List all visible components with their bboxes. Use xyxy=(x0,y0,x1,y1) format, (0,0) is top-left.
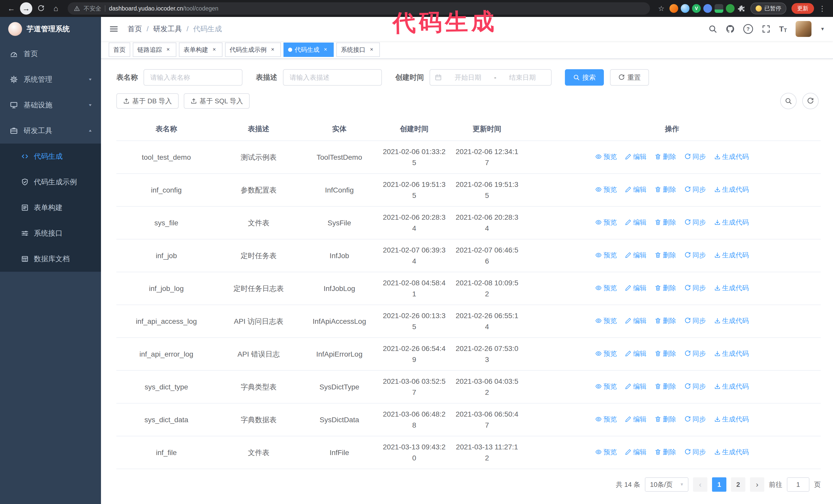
app-logo[interactable]: 芋道管理系统 xyxy=(0,17,101,41)
sidebar-item-dev-tools[interactable]: 研发工具 ▼ xyxy=(0,118,101,144)
preview-link[interactable]: 预览 xyxy=(595,250,617,261)
table-desc-input[interactable] xyxy=(283,69,382,86)
sync-link[interactable]: 同步 xyxy=(684,217,706,228)
preview-link[interactable]: 预览 xyxy=(595,151,617,162)
preview-link[interactable]: 预览 xyxy=(595,315,617,326)
delete-link[interactable]: 删除 xyxy=(654,447,676,458)
tab-codegen-example[interactable]: 代码生成示例× xyxy=(225,43,281,57)
tab-close-icon[interactable]: × xyxy=(368,46,375,53)
browser-update-button[interactable]: 更新 xyxy=(791,3,814,14)
goto-page-input[interactable] xyxy=(787,477,809,492)
sync-link[interactable]: 同步 xyxy=(684,381,706,392)
extension-icon-6[interactable] xyxy=(726,4,735,13)
delete-link[interactable]: 删除 xyxy=(654,315,676,326)
browser-forward-button[interactable]: → xyxy=(20,2,32,15)
toggle-search-button[interactable] xyxy=(780,93,796,109)
generate-code-link[interactable]: 生成代码 xyxy=(714,283,749,293)
sync-link[interactable]: 同步 xyxy=(684,151,706,162)
edit-link[interactable]: 编辑 xyxy=(625,283,646,293)
address-bar[interactable]: 不安全 dashboard.yudao.iocoder.cn/tool/code… xyxy=(68,2,650,15)
preview-link[interactable]: 预览 xyxy=(595,348,617,359)
tab-close-icon[interactable]: × xyxy=(322,46,329,53)
generate-code-link[interactable]: 生成代码 xyxy=(714,217,749,228)
edit-link[interactable]: 编辑 xyxy=(625,151,646,162)
font-size-icon[interactable]: TT xyxy=(779,25,787,33)
sidebar-subitem-codegen[interactable]: 代码生成 xyxy=(0,144,101,169)
extension-icon-1[interactable] xyxy=(669,4,678,13)
bookmark-star-icon[interactable]: ☆ xyxy=(656,3,667,14)
user-menu-caret-icon[interactable]: ▼ xyxy=(820,26,825,32)
tab-home[interactable]: 首页 xyxy=(109,43,130,57)
delete-link[interactable]: 删除 xyxy=(654,283,676,293)
delete-link[interactable]: 删除 xyxy=(654,414,676,425)
generate-code-link[interactable]: 生成代码 xyxy=(714,348,749,359)
sync-link[interactable]: 同步 xyxy=(684,283,706,293)
delete-link[interactable]: 删除 xyxy=(654,217,676,228)
generate-code-link[interactable]: 生成代码 xyxy=(714,447,749,458)
page-number-2[interactable]: 2 xyxy=(731,477,745,492)
sync-link[interactable]: 同步 xyxy=(684,250,706,261)
github-icon[interactable] xyxy=(726,25,735,33)
tab-close-icon[interactable]: × xyxy=(269,46,276,53)
extension-icon-5[interactable] xyxy=(715,4,723,13)
edit-link[interactable]: 编辑 xyxy=(625,217,646,228)
date-range-picker[interactable]: 开始日期 - 结束日期 xyxy=(430,69,552,86)
delete-link[interactable]: 删除 xyxy=(654,151,676,162)
preview-link[interactable]: 预览 xyxy=(595,217,617,228)
sidebar-subitem-database-doc[interactable]: 数据库文档 xyxy=(0,246,101,272)
generate-code-link[interactable]: 生成代码 xyxy=(714,151,749,162)
edit-link[interactable]: 编辑 xyxy=(625,447,646,458)
delete-link[interactable]: 删除 xyxy=(654,348,676,359)
edit-link[interactable]: 编辑 xyxy=(625,348,646,359)
paused-badge[interactable]: 已暂停 xyxy=(751,3,786,14)
preview-link[interactable]: 预览 xyxy=(595,414,617,425)
tab-system-api[interactable]: 系统接口× xyxy=(336,43,380,57)
table-name-input[interactable] xyxy=(144,69,242,86)
generate-code-link[interactable]: 生成代码 xyxy=(714,381,749,392)
sync-link[interactable]: 同步 xyxy=(684,447,706,458)
edit-link[interactable]: 编辑 xyxy=(625,381,646,392)
sidebar-item-infrastructure[interactable]: 基础设施 ▼ xyxy=(0,92,101,118)
search-button[interactable]: 搜索 xyxy=(565,69,604,86)
extension-icon-4[interactable] xyxy=(703,4,712,13)
browser-home-button[interactable]: ⌂ xyxy=(50,2,62,15)
generate-code-link[interactable]: 生成代码 xyxy=(714,414,749,425)
sync-link[interactable]: 同步 xyxy=(684,315,706,326)
preview-link[interactable]: 预览 xyxy=(595,184,617,195)
sidebar-item-system-management[interactable]: 系统管理 ▼ xyxy=(0,67,101,92)
edit-link[interactable]: 编辑 xyxy=(625,250,646,261)
edit-link[interactable]: 编辑 xyxy=(625,184,646,195)
help-icon[interactable]: ? xyxy=(743,24,753,34)
extension-icon-3[interactable]: V xyxy=(692,4,701,13)
generate-code-link[interactable]: 生成代码 xyxy=(714,184,749,195)
sidebar-item-home[interactable]: 首页 xyxy=(0,41,101,67)
prev-page-button[interactable]: ‹ xyxy=(693,477,708,492)
page-size-select[interactable]: 10条/页 ▼ xyxy=(645,477,688,492)
fullscreen-icon[interactable] xyxy=(762,25,770,33)
tab-close-icon[interactable]: × xyxy=(165,46,172,53)
breadcrumb-item-devtools[interactable]: 研发工具 xyxy=(153,24,182,34)
sidebar-subitem-form-builder[interactable]: 表单构建 xyxy=(0,195,101,220)
breadcrumb-item-home[interactable]: 首页 xyxy=(128,24,142,34)
page-number-1[interactable]: 1 xyxy=(712,477,727,492)
import-sql-button[interactable]: 基于 SQL 导入 xyxy=(184,93,250,109)
delete-link[interactable]: 删除 xyxy=(654,184,676,195)
next-page-button[interactable]: › xyxy=(750,477,764,492)
tab-close-icon[interactable]: × xyxy=(211,46,218,53)
sync-link[interactable]: 同步 xyxy=(684,184,706,195)
extension-icon-2[interactable] xyxy=(681,4,689,13)
tab-codegen[interactable]: 代码生成× xyxy=(284,43,334,57)
extensions-puzzle-icon[interactable] xyxy=(737,4,746,13)
tab-trace[interactable]: 链路追踪× xyxy=(133,43,176,57)
sidebar-subitem-codegen-example[interactable]: 代码生成示例 xyxy=(0,169,101,195)
sync-link[interactable]: 同步 xyxy=(684,348,706,359)
browser-menu-icon[interactable]: ⋮ xyxy=(816,3,828,14)
edit-link[interactable]: 编辑 xyxy=(625,414,646,425)
delete-link[interactable]: 删除 xyxy=(654,381,676,392)
delete-link[interactable]: 删除 xyxy=(654,250,676,261)
refresh-table-button[interactable] xyxy=(802,93,819,109)
sidebar-subitem-system-api[interactable]: 系统接口 xyxy=(0,220,101,246)
sync-link[interactable]: 同步 xyxy=(684,414,706,425)
generate-code-link[interactable]: 生成代码 xyxy=(714,250,749,261)
preview-link[interactable]: 预览 xyxy=(595,447,617,458)
